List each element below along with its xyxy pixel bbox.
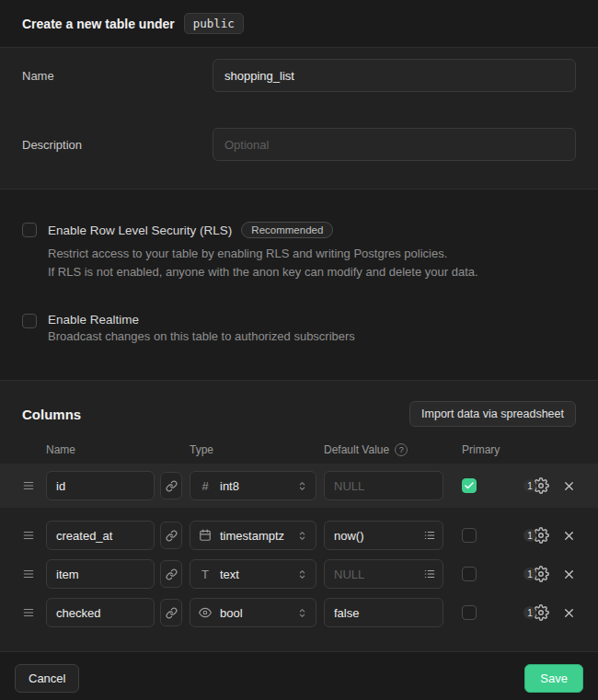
columns-rows: #int81timestamptz1Ttext1bool1 bbox=[22, 464, 576, 627]
import-spreadsheet-button[interactable]: Import data via spreadsheet bbox=[409, 401, 576, 427]
remove-column-icon[interactable] bbox=[562, 529, 576, 543]
settings-count-badge: 1 bbox=[523, 529, 536, 542]
column-row: timestamptz1 bbox=[22, 521, 576, 550]
table-details-section: Name Description bbox=[0, 48, 598, 189]
chevrons-icon bbox=[296, 607, 308, 619]
remove-column-icon[interactable] bbox=[562, 479, 576, 493]
default-value-menu-icon[interactable] bbox=[420, 563, 440, 585]
name-label: Name bbox=[22, 69, 213, 83]
realtime-description: Broadcast changes on this table to autho… bbox=[48, 327, 355, 345]
remove-column-icon[interactable] bbox=[562, 568, 576, 581]
default-value-menu-icon[interactable] bbox=[420, 524, 440, 546]
calendar-icon bbox=[198, 529, 213, 542]
column-name-input[interactable] bbox=[46, 471, 155, 500]
drag-handle-icon[interactable] bbox=[22, 568, 37, 580]
rls-checkbox[interactable] bbox=[22, 223, 37, 237]
column-header-primary: Primary bbox=[462, 443, 576, 456]
settings-count-badge: 1 bbox=[523, 479, 536, 492]
column-settings-button[interactable]: 1 bbox=[523, 604, 549, 621]
text-icon: T bbox=[198, 568, 213, 581]
drag-handle-icon[interactable] bbox=[22, 479, 37, 492]
column-header-type: Type bbox=[190, 443, 324, 456]
save-button[interactable]: Save bbox=[524, 664, 583, 693]
primary-checkbox[interactable] bbox=[462, 605, 477, 620]
primary-checkbox[interactable] bbox=[462, 528, 477, 543]
primary-checkbox[interactable] bbox=[462, 567, 477, 581]
default-value-input[interactable] bbox=[324, 471, 443, 500]
chevrons-icon bbox=[296, 568, 308, 580]
column-settings-button[interactable]: 1 bbox=[523, 477, 549, 494]
table-options-section: Enable Row Level Security (RLS) Recommen… bbox=[0, 189, 598, 381]
primary-checkbox[interactable] bbox=[462, 478, 477, 493]
description-label: Description bbox=[22, 138, 213, 152]
column-type-select[interactable]: Ttext bbox=[190, 559, 316, 589]
column-type-label: bool bbox=[220, 606, 296, 620]
table-name-input[interactable] bbox=[213, 59, 576, 92]
column-header-default-value: Default Value bbox=[324, 443, 389, 456]
realtime-checkbox[interactable] bbox=[22, 314, 37, 328]
dialog-footer: Cancel Save bbox=[0, 652, 598, 700]
settings-count-badge: 1 bbox=[523, 606, 536, 619]
foreign-key-link-icon[interactable] bbox=[160, 472, 182, 499]
drag-handle-icon[interactable] bbox=[22, 606, 37, 619]
column-row: Ttext1 bbox=[22, 559, 576, 589]
rls-description-line1: Restrict access to your table by enablin… bbox=[48, 245, 478, 262]
rls-description-line2: If RLS is not enabled, anyone with the a… bbox=[48, 263, 478, 281]
create-table-dialog: Create a new table under public Name Des… bbox=[0, 0, 598, 700]
description-field-row: Description bbox=[22, 128, 576, 161]
rls-label: Enable Row Level Security (RLS) bbox=[48, 224, 232, 237]
cancel-button[interactable]: Cancel bbox=[15, 664, 79, 693]
column-type-select[interactable]: bool bbox=[190, 598, 316, 627]
default-value-input[interactable] bbox=[324, 598, 443, 627]
column-name-input[interactable] bbox=[46, 559, 155, 589]
columns-heading: Columns bbox=[22, 407, 81, 422]
realtime-label: Enable Realtime bbox=[48, 313, 139, 327]
column-settings-button[interactable]: 1 bbox=[523, 527, 549, 544]
realtime-option: Enable Realtime Broadcast changes on thi… bbox=[22, 314, 576, 345]
foreign-key-link-icon[interactable] bbox=[160, 522, 182, 549]
column-row: #int81 bbox=[0, 464, 598, 508]
columns-table-header: Name Type Default Value Primary bbox=[22, 443, 576, 456]
column-type-label: int8 bbox=[220, 479, 296, 493]
column-type-select[interactable]: timestamptz bbox=[190, 521, 316, 550]
remove-column-icon[interactable] bbox=[562, 606, 576, 620]
column-name-input[interactable] bbox=[46, 521, 155, 550]
drag-handle-icon[interactable] bbox=[22, 529, 37, 542]
column-type-label: timestamptz bbox=[220, 529, 296, 543]
rls-option: Enable Row Level Security (RLS) Recommen… bbox=[22, 223, 576, 281]
table-description-input[interactable] bbox=[213, 128, 576, 161]
column-name-input[interactable] bbox=[46, 598, 155, 627]
name-field-row: Name bbox=[22, 59, 576, 92]
dialog-title: Create a new table under bbox=[22, 17, 175, 31]
recommended-badge: Recommended bbox=[241, 222, 333, 238]
settings-count-badge: 1 bbox=[523, 568, 536, 580]
schema-badge: public bbox=[184, 13, 244, 34]
chevrons-icon bbox=[296, 530, 308, 542]
eye-icon bbox=[198, 606, 213, 619]
foreign-key-link-icon[interactable] bbox=[160, 560, 182, 588]
hash-icon: # bbox=[198, 479, 213, 493]
dialog-header: Create a new table under public bbox=[0, 0, 598, 48]
columns-section: Columns Import data via spreadsheet Name… bbox=[0, 381, 598, 652]
chevrons-icon bbox=[296, 480, 308, 492]
help-icon[interactable] bbox=[395, 443, 408, 456]
column-header-name: Name bbox=[46, 443, 190, 456]
column-row: bool1 bbox=[22, 598, 576, 627]
column-type-label: text bbox=[220, 568, 296, 581]
column-settings-button[interactable]: 1 bbox=[523, 566, 549, 582]
foreign-key-link-icon[interactable] bbox=[160, 599, 182, 626]
column-type-select[interactable]: #int8 bbox=[190, 471, 316, 500]
